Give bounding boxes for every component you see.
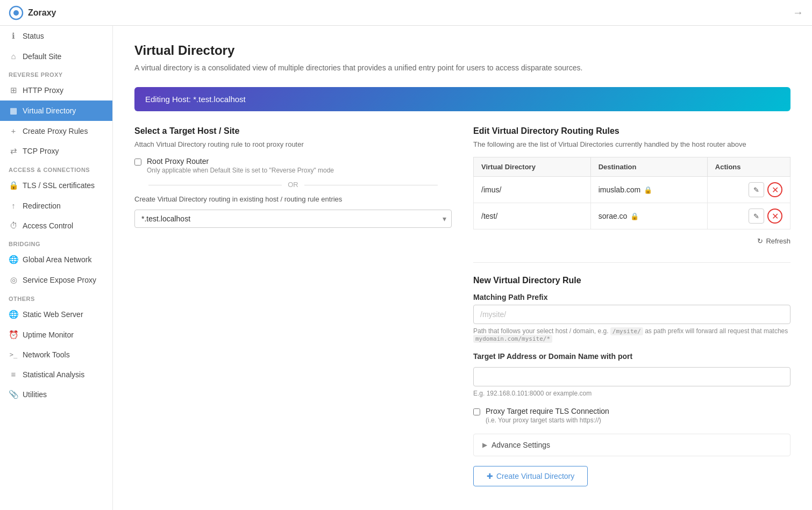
root-proxy-checkbox-row: Root Proxy Router Only applicable when D…	[134, 157, 452, 174]
vd-actions-0: ✎ ✕	[707, 177, 790, 203]
right-panel-title: Edit Virtual Directory Routing Rules	[473, 126, 790, 136]
advance-label: Advance Settings	[492, 441, 550, 449]
editing-host-banner: Editing Host: *.test.localhost	[134, 87, 790, 111]
sidebar-label-static-web-server: Static Web Server	[23, 310, 83, 319]
sidebar-label-tls-ssl: TLS / SSL certificates	[23, 181, 95, 190]
create-plus-icon: ✚	[487, 472, 493, 480]
tls-checkbox-row: Proxy Target require TLS Connection (i.e…	[473, 407, 790, 424]
grid-icon: ⊞	[9, 85, 18, 95]
logout-icon[interactable]: →	[793, 6, 803, 19]
sidebar-item-access-control[interactable]: ⏱ Access Control	[0, 216, 112, 235]
web-icon: 🌐	[9, 310, 18, 319]
tls-checkbox[interactable]	[473, 408, 480, 415]
sidebar-label-statistical-analysis: Statistical Analysis	[23, 370, 84, 379]
sidebar-label-network-tools: Network Tools	[23, 350, 70, 359]
sidebar-label-status: Status	[23, 32, 44, 40]
sidebar-item-redirection[interactable]: ↑ Redirection	[0, 196, 112, 216]
sidebar-label-create-proxy-rules: Create Proxy Rules	[23, 127, 88, 135]
col-destination: Destination	[590, 157, 707, 177]
sidebar-item-uptime-monitor[interactable]: ⏰ Uptime Monitor	[0, 325, 112, 345]
utilities-icon: 📎	[9, 390, 18, 399]
delete-button-0[interactable]: ✕	[767, 182, 782, 197]
sidebar-item-tcp-proxy[interactable]: ⇄ TCP Proxy	[0, 141, 112, 161]
topbar: Zoraxy →	[0, 0, 812, 26]
uptime-icon: ⏰	[9, 330, 18, 340]
advance-settings[interactable]: ▶ Advance Settings	[473, 434, 790, 456]
sidebar-item-status[interactable]: ℹ Status	[0, 26, 112, 46]
vd-actions-1: ✎ ✕	[707, 203, 790, 229]
matching-path-input[interactable]	[473, 305, 790, 324]
tls-label[interactable]: Proxy Target require TLS Connection	[486, 407, 609, 415]
logo-icon	[9, 5, 24, 20]
sidebar-label-service-expose-proxy: Service Expose Proxy	[23, 276, 96, 284]
sidebar: ℹ Status ⌂ Default Site REVERSE PROXY ⊞ …	[0, 26, 113, 510]
or-divider: OR	[134, 181, 452, 189]
host-select-wrapper: *.test.localhost	[134, 210, 452, 228]
sidebar-item-tls-ssl[interactable]: 🔒 TLS / SSL certificates	[0, 175, 112, 196]
sidebar-item-default-site[interactable]: ⌂ Default Site	[0, 46, 112, 66]
table-row: /imus/ imuslab.com 🔒 ✎ ✕	[474, 177, 790, 203]
sidebar-label-tcp-proxy: TCP Proxy	[23, 147, 59, 155]
folder-icon: ▦	[9, 106, 18, 116]
sidebar-label-http-proxy: HTTP Proxy	[23, 86, 63, 95]
sidebar-item-http-proxy[interactable]: ⊞ HTTP Proxy	[0, 80, 112, 100]
root-proxy-checkbox[interactable]	[134, 159, 141, 166]
existing-host-label: Create Virtual Directory routing in exis…	[134, 195, 452, 203]
edit-button-1[interactable]: ✎	[749, 209, 764, 224]
target-ip-label: Target IP Address or Domain Name with po…	[473, 352, 790, 361]
matching-path-hint: Path that follows your select host / dom…	[473, 327, 790, 342]
main-content: Virtual Directory A virtual directory is…	[113, 26, 812, 510]
sidebar-item-utilities[interactable]: 📎 Utilities	[0, 384, 112, 405]
col-virtual-directory: Virtual Directory	[474, 157, 591, 177]
sidebar-label-global-area-network: Global Area Network	[23, 255, 91, 264]
sidebar-label-virtual-directory: Virtual Directory	[23, 106, 76, 115]
tls-lock-icon-0: 🔒	[644, 186, 652, 194]
sidebar-item-static-web-server[interactable]: 🌐 Static Web Server	[0, 304, 112, 325]
info-icon: ℹ	[9, 31, 18, 41]
root-proxy-hint: Only applicable when Default Site is set…	[147, 167, 334, 174]
stats-icon: ≡	[9, 370, 18, 379]
section-access-connections: ACCESS & CONNECTIONS	[0, 161, 112, 175]
sidebar-label-redirection: Redirection	[23, 202, 61, 210]
sidebar-label-default-site: Default Site	[23, 52, 61, 61]
page-description: A virtual directory is a consolidated vi…	[134, 63, 790, 72]
new-vd-title: New Virtual Directory Rule	[473, 276, 790, 285]
sidebar-label-uptime-monitor: Uptime Monitor	[23, 331, 74, 339]
logo: Zoraxy	[9, 5, 56, 20]
sidebar-item-statistical-analysis[interactable]: ≡ Statistical Analysis	[0, 364, 112, 384]
terminal-icon: >_	[9, 351, 18, 358]
redirect-icon: ↑	[9, 201, 18, 210]
new-vd-section: New Virtual Directory Rule Matching Path…	[473, 262, 790, 486]
home-icon: ⌂	[9, 52, 18, 61]
sidebar-item-service-expose-proxy[interactable]: ◎ Service Expose Proxy	[0, 270, 112, 290]
target-ip-input[interactable]	[473, 367, 790, 386]
refresh-label: Refresh	[766, 237, 790, 245]
vd-path-0: /imus/	[474, 177, 591, 203]
sidebar-item-network-tools[interactable]: >_ Network Tools	[0, 345, 112, 364]
vd-destination-1: sorae.co 🔒	[590, 203, 707, 229]
globe-icon: 🌐	[9, 255, 18, 264]
delete-button-1[interactable]: ✕	[767, 209, 782, 224]
refresh-button[interactable]: ↻ Refresh	[757, 237, 790, 245]
sidebar-item-create-proxy-rules[interactable]: + Create Proxy Rules	[0, 121, 112, 141]
page-title: Virtual Directory	[134, 43, 790, 58]
advance-arrow-icon: ▶	[482, 441, 487, 449]
plus-icon: +	[9, 126, 18, 135]
lock-icon: 🔒	[9, 181, 18, 190]
tls-lock-icon-1: 🔒	[630, 212, 639, 220]
vd-path-1: /test/	[474, 203, 591, 229]
sidebar-item-global-area-network[interactable]: 🌐 Global Area Network	[0, 249, 112, 270]
clock-icon: ⏱	[9, 221, 18, 230]
vd-table: Virtual Directory Destination Actions /i…	[473, 157, 790, 229]
tls-hint: (i.e. Your proxy target starts with http…	[486, 416, 601, 424]
host-select[interactable]: *.test.localhost	[134, 210, 452, 228]
sidebar-label-access-control: Access Control	[23, 221, 73, 230]
table-row: /test/ sorae.co 🔒 ✎ ✕	[474, 203, 790, 229]
proxy-icon: ◎	[9, 275, 18, 285]
root-proxy-label[interactable]: Root Proxy Router	[147, 157, 209, 166]
create-vd-button[interactable]: ✚ Create Virtual Directory	[473, 466, 588, 486]
section-others: OTHERS	[0, 290, 112, 304]
edit-button-0[interactable]: ✎	[749, 182, 764, 197]
arrows-icon: ⇄	[9, 146, 18, 156]
sidebar-item-virtual-directory[interactable]: ▦ Virtual Directory	[0, 100, 112, 121]
